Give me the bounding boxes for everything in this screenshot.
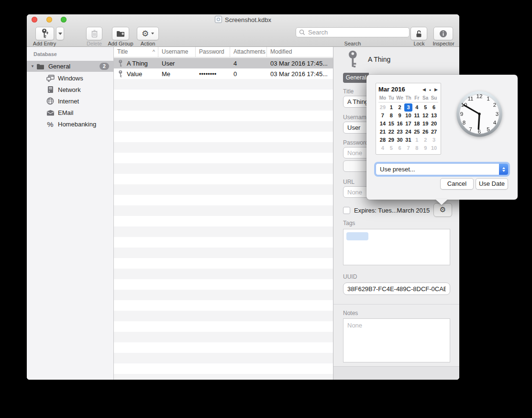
calendar-day[interactable]: 10: [404, 112, 413, 120]
calendar-day[interactable]: 12: [421, 112, 430, 120]
table-row[interactable]: A Thing User 4 03 Mar 2016 17:45...: [114, 58, 333, 68]
action-button[interactable]: ⚙: [137, 27, 159, 40]
notes-field[interactable]: [343, 318, 450, 362]
calendar-weekday: Mo: [378, 94, 387, 102]
calendar: Mar 2016 ◀ ● ▶ Mo Tu We Th Fr Sa Su 29 1: [376, 83, 441, 155]
preset-select[interactable]: Use preset...: [376, 163, 509, 175]
calendar-day[interactable]: 3: [430, 136, 438, 144]
lock-label: Lock: [410, 41, 429, 47]
uuid-field[interactable]: [343, 282, 450, 295]
calendar-day[interactable]: 6: [430, 103, 438, 112]
sidebar-item-windows[interactable]: Windows: [27, 72, 113, 84]
add-group-button[interactable]: [112, 27, 129, 40]
sidebar-item-general[interactable]: ▼ General 2: [27, 61, 113, 72]
calendar-day[interactable]: 7: [404, 144, 413, 152]
calendar-day[interactable]: 29: [387, 136, 396, 144]
column-header-modified[interactable]: Modified: [267, 47, 333, 57]
calendar-day[interactable]: 15: [387, 120, 396, 128]
gear-icon: ⚙: [142, 30, 149, 38]
cell-password: ••••••••: [196, 70, 230, 78]
search-icon: [299, 29, 305, 35]
calendar-day[interactable]: 17: [404, 120, 413, 128]
search-field[interactable]: [296, 27, 410, 37]
calendar-day[interactable]: 31: [404, 136, 413, 144]
delete-label: Delete: [85, 41, 104, 47]
document-proxy-icon[interactable]: [215, 16, 222, 23]
expires-options-button[interactable]: ⚙: [433, 203, 452, 217]
tags-box[interactable]: [343, 229, 450, 265]
column-header-password[interactable]: Password: [196, 47, 230, 57]
calendar-next-icon[interactable]: ▶: [434, 87, 438, 92]
calendar-day[interactable]: 7: [378, 112, 387, 120]
calendar-day[interactable]: 1: [412, 136, 421, 144]
delete-button[interactable]: [86, 27, 102, 40]
add-entry-button[interactable]: [35, 27, 54, 40]
calendar-day[interactable]: 24: [404, 128, 413, 136]
calendar-day[interactable]: 14: [378, 120, 387, 128]
calendar-day[interactable]: 21: [378, 128, 387, 136]
sidebar-item-label: Network: [58, 86, 81, 93]
calendar-day[interactable]: 29: [378, 103, 387, 112]
calendar-weekday-row: Mo Tu We Th Fr Sa Su: [378, 94, 438, 102]
calendar-day[interactable]: 26: [421, 128, 430, 136]
inspector-button[interactable]: [433, 27, 453, 40]
expires-checkbox[interactable]: [343, 207, 350, 214]
cell-attachments: 0: [230, 70, 267, 78]
windows-icon: [46, 74, 55, 82]
calendar-day[interactable]: 4: [412, 103, 421, 112]
calendar-day[interactable]: 18: [412, 120, 421, 128]
use-date-button[interactable]: Use Date: [476, 178, 508, 190]
calendar-day[interactable]: 9: [396, 112, 404, 120]
titlebar[interactable]: Screenshot.kdbx: [27, 14, 459, 25]
sidebar-item-email[interactable]: EMail: [27, 107, 113, 118]
sidebar-item-network[interactable]: Network: [27, 84, 113, 95]
calendar-day[interactable]: 25: [412, 128, 421, 136]
tag-token[interactable]: [346, 232, 368, 240]
calendar-day[interactable]: 11: [412, 112, 421, 120]
calendar-day[interactable]: 22: [387, 128, 396, 136]
calendar-day[interactable]: 13: [430, 112, 438, 120]
calendar-day[interactable]: 23: [396, 128, 404, 136]
clock-number: 3: [496, 111, 499, 117]
cell-attachments: 4: [230, 60, 267, 67]
table-empty-rows[interactable]: [114, 79, 333, 380]
calendar-day[interactable]: 9: [421, 144, 430, 152]
calendar-day[interactable]: 10: [430, 144, 438, 152]
calendar-day[interactable]: 8: [412, 144, 421, 152]
calendar-today-icon[interactable]: ●: [429, 88, 431, 91]
calendar-day[interactable]: 30: [396, 136, 404, 144]
calendar-day[interactable]: 19: [421, 120, 430, 128]
calendar-day[interactable]: 1: [387, 103, 396, 112]
globe-icon: [46, 97, 55, 105]
hour-hand[interactable]: [478, 114, 479, 129]
search-input[interactable]: [307, 28, 406, 36]
calendar-prev-icon[interactable]: ◀: [422, 87, 426, 92]
calendar-day[interactable]: 5: [421, 103, 430, 112]
analog-clock[interactable]: 12 1 2 3 4 5 6 7 8 9 10 11: [454, 88, 505, 140]
calendar-day[interactable]: 8: [387, 112, 396, 120]
calendar-day[interactable]: 16: [396, 120, 404, 128]
lock-button[interactable]: [410, 27, 427, 40]
sidebar-item-homebanking[interactable]: % Homebanking: [27, 118, 113, 130]
clock-number: 1: [487, 95, 490, 102]
column-header-username[interactable]: Username: [158, 47, 196, 57]
select-stepper[interactable]: [499, 164, 508, 175]
tab-general[interactable]: General: [343, 73, 369, 83]
disclosure-triangle-icon[interactable]: ▼: [31, 64, 36, 68]
calendar-day[interactable]: 5: [387, 144, 396, 152]
calendar-day[interactable]: 28: [378, 136, 387, 144]
column-header-title[interactable]: Title ^: [114, 47, 158, 57]
calendar-day[interactable]: 4: [378, 144, 387, 152]
table-row[interactable]: Value Me •••••••• 0 03 Mar 2016 17:45...: [114, 68, 333, 79]
calendar-separator: [378, 102, 438, 102]
cancel-button[interactable]: Cancel: [440, 178, 474, 190]
calendar-day[interactable]: 20: [430, 120, 438, 128]
calendar-day[interactable]: 6: [396, 144, 404, 152]
calendar-day[interactable]: 2: [396, 103, 404, 112]
calendar-day[interactable]: 2: [421, 136, 430, 144]
sidebar-item-internet[interactable]: Internet: [27, 95, 113, 107]
calendar-day[interactable]: 27: [430, 128, 438, 136]
calendar-day-selected[interactable]: 3: [404, 103, 413, 112]
column-header-attachments[interactable]: Attachments: [230, 47, 267, 57]
add-entry-menu-button[interactable]: [56, 27, 64, 40]
